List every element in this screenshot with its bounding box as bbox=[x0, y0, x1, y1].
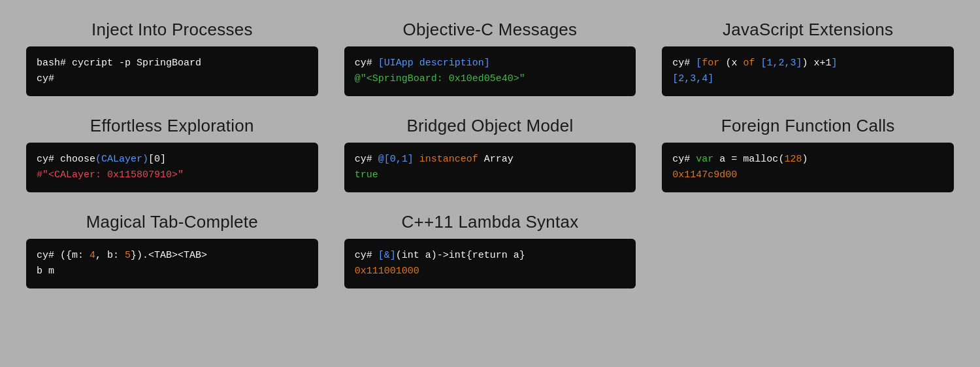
code-exploration: cy# choose(CALayer)[0]#"<CALayer: 0x1158… bbox=[26, 143, 318, 192]
cell-exploration: Effortless Explorationcy# choose(CALayer… bbox=[26, 116, 318, 192]
code-segment: 5 bbox=[125, 250, 131, 261]
code-segment: ) bbox=[802, 154, 808, 165]
code-line: 0x111001000 bbox=[355, 264, 626, 279]
code-line: cy# ({m: 4, b: 5}).<TAB><TAB> bbox=[37, 248, 308, 264]
code-segment: var bbox=[696, 154, 713, 165]
code-segment: cy# bbox=[672, 154, 696, 165]
code-segment: cy# bbox=[37, 154, 60, 165]
code-segment: ({m: bbox=[60, 250, 90, 261]
code-segment: b m bbox=[37, 266, 54, 277]
code-line: cy# @[0,1] instanceof Array bbox=[355, 152, 626, 167]
code-line: cy# choose(CALayer)[0] bbox=[37, 152, 308, 167]
code-line: cy# [for (x of [1,2,3]) x+1] bbox=[672, 56, 943, 71]
code-segment: (x bbox=[719, 58, 743, 69]
code-segment: true bbox=[355, 169, 378, 181]
code-segment: of bbox=[743, 58, 755, 69]
code-line: bash# cycript -p SpringBoard bbox=[37, 56, 308, 71]
cell-ffi: Foreign Function Callscy# var a = malloc… bbox=[662, 116, 954, 192]
code-segment: cy# bbox=[37, 73, 54, 84]
code-line: true bbox=[355, 167, 626, 183]
code-line: b m bbox=[37, 264, 308, 279]
code-line: cy# [&](int a)->int{return a} bbox=[355, 248, 626, 264]
code-segment: [UIApp description] bbox=[378, 58, 490, 69]
code-segment: Array bbox=[484, 154, 514, 165]
code-segment: , b: bbox=[95, 250, 125, 261]
code-line: cy# var a = malloc(128) bbox=[672, 152, 943, 167]
title-bridged: Bridged Object Model bbox=[344, 116, 636, 136]
code-line: #"<CALayer: 0x115807910>" bbox=[37, 167, 308, 183]
code-segment: instanceof bbox=[414, 154, 484, 165]
cell-objc: Objective-C Messagescy# [UIApp descripti… bbox=[344, 20, 636, 96]
code-segment: [2,3,4] bbox=[672, 73, 713, 84]
code-line: 0x1147c9d00 bbox=[672, 167, 943, 183]
code-segment: 128 bbox=[784, 154, 802, 165]
cell-tabcomplete: Magical Tab-Completecy# ({m: 4, b: 5}).<… bbox=[26, 212, 318, 288]
code-segment: (CALayer) bbox=[95, 154, 148, 165]
code-line: [2,3,4] bbox=[672, 71, 943, 87]
code-ffi: cy# var a = malloc(128)0x1147c9d00 bbox=[662, 143, 954, 192]
code-segment: 4 bbox=[90, 250, 95, 261]
code-segment: cy# bbox=[672, 58, 696, 69]
code-segment: @"<SpringBoard: 0x10ed05e40>" bbox=[355, 73, 525, 84]
code-segment: cy# bbox=[355, 58, 378, 69]
cell-js: JavaScript Extensionscy# [for (x of [1,2… bbox=[662, 20, 954, 96]
code-bridged: cy# @[0,1] instanceof Arraytrue bbox=[344, 143, 636, 192]
code-segment: a = malloc( bbox=[713, 154, 784, 165]
code-segment: [0] bbox=[148, 154, 166, 165]
cell-inject: Inject Into Processesbash# cycript -p Sp… bbox=[26, 20, 318, 96]
title-exploration: Effortless Exploration bbox=[26, 116, 318, 136]
code-segment: bash# cycript -p SpringBoard bbox=[37, 58, 201, 69]
code-line: cy# bbox=[37, 71, 308, 87]
title-js: JavaScript Extensions bbox=[662, 20, 954, 40]
title-cpp11: C++11 Lambda Syntax bbox=[344, 212, 636, 232]
code-tabcomplete: cy# ({m: 4, b: 5}).<TAB><TAB>b m bbox=[26, 239, 318, 288]
code-segment: 0x1147c9d00 bbox=[672, 169, 737, 181]
code-segment: ) x+1 bbox=[802, 58, 831, 69]
code-segment: for bbox=[702, 58, 719, 69]
code-segment: [&] bbox=[378, 250, 396, 261]
title-inject: Inject Into Processes bbox=[26, 20, 318, 40]
code-segment: }).<TAB><TAB> bbox=[131, 250, 207, 261]
code-segment: #"<CALayer: 0x115807910>" bbox=[37, 169, 184, 181]
code-segment: cy# bbox=[37, 250, 60, 261]
code-segment: [1,2,3] bbox=[760, 58, 802, 69]
code-inject: bash# cycript -p SpringBoardcy# bbox=[26, 46, 318, 96]
code-segment: [ bbox=[696, 58, 702, 69]
cell-bridged: Bridged Object Modelcy# @[0,1] instanceo… bbox=[344, 116, 636, 192]
title-tabcomplete: Magical Tab-Complete bbox=[26, 212, 318, 232]
title-ffi: Foreign Function Calls bbox=[662, 116, 954, 136]
title-objc: Objective-C Messages bbox=[344, 20, 636, 40]
code-objc: cy# [UIApp description]@"<SpringBoard: 0… bbox=[344, 46, 636, 96]
code-js: cy# [for (x of [1,2,3]) x+1][2,3,4] bbox=[662, 46, 954, 96]
code-segment: (int a)->int{return a} bbox=[396, 250, 525, 261]
code-segment: @[0,1] bbox=[378, 154, 414, 165]
code-line: cy# [UIApp description] bbox=[355, 56, 626, 71]
cell-cpp11: C++11 Lambda Syntaxcy# [&](int a)->int{r… bbox=[344, 212, 636, 288]
code-segment: cy# bbox=[355, 154, 378, 165]
code-segment: ] bbox=[831, 58, 837, 69]
code-cpp11: cy# [&](int a)->int{return a}0x111001000 bbox=[344, 239, 636, 288]
feature-grid: Inject Into Processesbash# cycript -p Sp… bbox=[26, 20, 954, 288]
code-segment: cy# bbox=[355, 250, 378, 261]
code-segment: choose bbox=[60, 154, 95, 165]
code-segment: 0x111001000 bbox=[355, 266, 419, 277]
code-line: @"<SpringBoard: 0x10ed05e40>" bbox=[355, 71, 626, 87]
